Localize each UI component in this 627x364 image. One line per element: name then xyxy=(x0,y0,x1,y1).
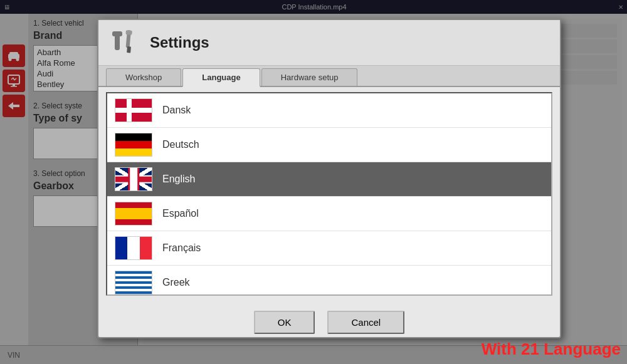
svg-rect-15 xyxy=(127,46,131,53)
svg-rect-13 xyxy=(112,31,122,36)
cancel-button[interactable]: Cancel xyxy=(327,311,404,334)
flag-germany xyxy=(115,133,152,157)
lang-item-francais[interactable]: Français xyxy=(107,231,551,266)
lang-name-dansk: Dansk xyxy=(162,105,191,116)
settings-modal: Settings Workshop Language Hardware setu… xyxy=(97,19,561,338)
language-list[interactable]: Dansk Deutsch English xyxy=(106,92,552,296)
svg-rect-16 xyxy=(125,30,132,35)
flag-uk xyxy=(115,167,152,191)
lang-item-dansk[interactable]: Dansk xyxy=(107,93,551,128)
lang-item-deutsch[interactable]: Deutsch xyxy=(107,128,551,162)
tab-workshop[interactable]: Workshop xyxy=(106,68,181,86)
lang-item-greek[interactable]: Greek xyxy=(107,266,551,296)
flag-france xyxy=(115,236,152,260)
modal-title: Settings xyxy=(150,34,209,51)
lang-item-espanol[interactable]: Español xyxy=(107,197,551,231)
tab-language[interactable]: Language xyxy=(182,68,260,87)
lang-item-english[interactable]: English xyxy=(107,162,551,197)
flag-denmark xyxy=(115,98,152,122)
modal-header: Settings xyxy=(98,20,560,66)
flag-greece xyxy=(115,271,152,294)
modal-tabs: Workshop Language Hardware setup xyxy=(98,66,560,87)
lang-name-espanol: Español xyxy=(162,208,199,219)
lang-name-deutsch: Deutsch xyxy=(162,139,199,150)
ok-button[interactable]: OK xyxy=(254,311,315,334)
watermark: With 21 Language xyxy=(482,340,621,359)
settings-icon xyxy=(111,29,141,56)
flag-spain xyxy=(115,202,152,226)
lang-name-greek: Greek xyxy=(162,277,190,288)
tab-hardware[interactable]: Hardware setup xyxy=(261,68,358,86)
lang-name-english: English xyxy=(162,174,195,185)
lang-name-francais: Français xyxy=(162,242,201,254)
modal-footer: OK Cancel xyxy=(98,301,560,344)
